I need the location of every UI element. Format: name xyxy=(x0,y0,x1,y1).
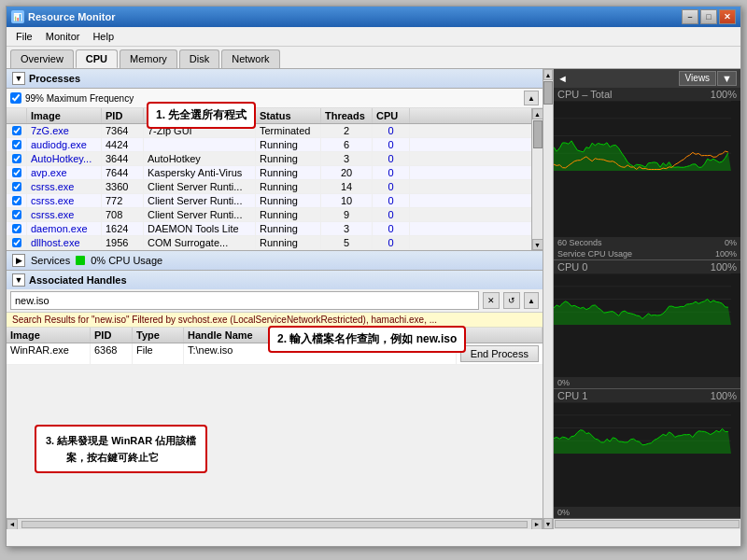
tab-memory[interactable]: Memory xyxy=(120,49,177,68)
table-row[interactable]: audiodg.exe 4424 Running 6 0 xyxy=(7,138,531,152)
end-process-button[interactable]: End Process xyxy=(460,345,539,362)
row-cb[interactable] xyxy=(7,208,27,221)
handles-section: ▼ Associated Handles ✕ ↺ ▲ Search Result… xyxy=(7,271,543,518)
scroll-left-btn[interactable]: ◄ xyxy=(7,519,18,530)
row-status: Running xyxy=(256,180,321,193)
tab-overview[interactable]: Overview xyxy=(10,49,74,68)
services-section[interactable]: ▶ Services 0% CPU Usage xyxy=(7,251,543,271)
table-row[interactable]: daemon.exe 1624 DAEMON Tools Lite Runnin… xyxy=(7,222,531,236)
row-image: AutoHotkey... xyxy=(27,152,102,165)
row-cb[interactable] xyxy=(7,152,27,165)
th-status[interactable]: Status xyxy=(256,108,321,123)
table-row[interactable]: dllhost.exe 1956 COM Surrogate... Runnin… xyxy=(7,236,531,250)
row-cb[interactable] xyxy=(7,222,27,235)
left-panel: ▼ Processes 99% Maximum Frequency ▲ Imag… xyxy=(7,69,543,529)
table-row[interactable]: csrss.exe 708 Client Server Runti... Run… xyxy=(7,208,531,222)
cpu-total-chart: CPU – Total 100% 60 Seconds 0% Service C… xyxy=(554,88,740,260)
search-clear-btn[interactable]: ✕ xyxy=(483,292,500,309)
hth-pid[interactable]: PID xyxy=(91,328,133,343)
processes-section: ▼ Processes 99% Maximum Frequency ▲ Imag… xyxy=(7,69,543,251)
search-scroll-btn[interactable]: ▲ xyxy=(524,292,539,309)
row-status: Terminated xyxy=(256,124,321,137)
processes-table-body: 7zG.exe 7364 7-Zip GUI Terminated 2 0 au… xyxy=(7,124,531,250)
tab-disk[interactable]: Disk xyxy=(179,49,219,68)
scroll-down[interactable]: ▼ xyxy=(532,239,543,250)
table-row[interactable]: 7zG.exe 7364 7-Zip GUI Terminated 2 0 xyxy=(7,124,531,138)
views-arrow-btn[interactable]: ▼ xyxy=(717,71,737,86)
h-scroll-track[interactable] xyxy=(21,521,528,528)
row-cb[interactable] xyxy=(7,180,27,193)
tab-cpu[interactable]: CPU xyxy=(76,49,118,68)
processes-expand-btn[interactable]: ▼ xyxy=(12,72,25,85)
row-cpu: 0 xyxy=(373,180,410,193)
search-input[interactable] xyxy=(10,291,479,310)
th-threads[interactable]: Threads xyxy=(321,108,373,123)
menu-bar: File Monitor Help xyxy=(7,27,740,47)
row-cb[interactable] xyxy=(7,194,27,207)
right-bottom-scroll[interactable] xyxy=(554,518,740,529)
handles-expand-btn[interactable]: ▼ xyxy=(12,273,25,287)
search-results-banner: Search Results for "new.iso" Filtered by… xyxy=(7,313,543,328)
right-arrow-btn[interactable]: ◄ xyxy=(557,73,568,84)
row-image: 7zG.exe xyxy=(27,124,102,137)
th-pid[interactable]: PID xyxy=(102,108,144,123)
freq-checkbox[interactable] xyxy=(10,92,21,104)
row-cb[interactable] xyxy=(7,236,27,249)
tab-network[interactable]: Network xyxy=(221,49,279,68)
row-cb[interactable] xyxy=(7,124,27,137)
main-scroll-down[interactable]: ▼ xyxy=(543,518,553,529)
search-go-btn[interactable]: ↺ xyxy=(503,292,520,309)
hrow-handle-name: T:\new.iso xyxy=(184,343,457,364)
scroll-up[interactable]: ▲ xyxy=(532,108,543,119)
row-cb[interactable] xyxy=(7,138,27,151)
cpu1-label: CPU 1 100% xyxy=(554,389,740,402)
right-scroll-track[interactable] xyxy=(555,520,740,528)
table-row[interactable]: csrss.exe 772 Client Server Runti... Run… xyxy=(7,194,531,208)
table-row[interactable]: AutoHotkey... 3644 AutoHotkey Running 3 … xyxy=(7,152,531,166)
window-title: Resource Monitor xyxy=(28,11,116,22)
cpu1-chart: CPU 1 100% 0% xyxy=(554,389,740,518)
services-expand-btn[interactable]: ▶ xyxy=(12,254,25,267)
th-cpu[interactable]: CPU xyxy=(373,108,410,123)
bottom-scrollbar[interactable]: ◄ ► xyxy=(7,518,543,529)
row-cpu: 0 xyxy=(373,236,410,249)
main-scroll-up[interactable]: ▲ xyxy=(543,69,553,80)
minimize-button[interactable]: – xyxy=(682,9,698,24)
table-row[interactable]: avp.exe 7644 Kaspersky Anti-Virus Runnin… xyxy=(7,166,531,180)
handles-data-row[interactable]: WinRAR.exe 6368 File T:\new.iso xyxy=(7,343,457,364)
hth-image[interactable]: Image xyxy=(7,328,91,343)
row-pid: 772 xyxy=(102,194,144,207)
main-scrollbar[interactable]: ▲ ▼ xyxy=(543,69,554,529)
table-row[interactable]: csrss.exe 3360 Client Server Runti... Ru… xyxy=(7,180,531,194)
row-desc: Kaspersky Anti-Virus xyxy=(144,166,256,179)
cpu-seconds-label: 60 Seconds xyxy=(557,238,602,247)
menu-file[interactable]: File xyxy=(10,29,38,44)
row-cpu: 0 xyxy=(373,208,410,221)
row-desc: Client Server Runti... xyxy=(144,208,256,221)
search-bar: ✕ ↺ ▲ xyxy=(7,289,543,313)
th-description[interactable]: Description xyxy=(144,108,256,123)
th-image[interactable]: Image xyxy=(27,108,102,123)
menu-help[interactable]: Help xyxy=(87,29,120,44)
processes-header[interactable]: ▼ Processes xyxy=(7,69,543,89)
close-button[interactable]: ✕ xyxy=(719,9,736,24)
row-cb[interactable] xyxy=(7,166,27,179)
scroll-track[interactable] xyxy=(532,119,543,239)
cpu0-label: CPU 0 100% xyxy=(554,260,740,273)
scroll-right-btn[interactable]: ► xyxy=(531,519,543,530)
main-scroll-track[interactable] xyxy=(543,80,553,518)
views-button[interactable]: Views xyxy=(679,71,717,86)
scroll-up-btn[interactable]: ▲ xyxy=(524,91,539,105)
hth-type[interactable]: Type xyxy=(133,328,184,343)
hth-handle-name[interactable]: Handle Name xyxy=(184,328,543,343)
cpu-usage-indicator xyxy=(76,256,85,265)
row-pid: 4424 xyxy=(102,138,144,151)
processes-scrollbar[interactable]: ▲ ▼ xyxy=(531,108,543,250)
cpu-total-label: CPU – Total 100% xyxy=(554,88,740,101)
services-cpu-label: 0% CPU Usage xyxy=(91,255,162,266)
maximize-button[interactable]: □ xyxy=(700,9,717,24)
row-threads: 14 xyxy=(321,180,373,193)
handles-header[interactable]: ▼ Associated Handles xyxy=(7,271,543,289)
tab-bar: Overview CPU Memory Disk Network xyxy=(7,47,740,69)
menu-monitor[interactable]: Monitor xyxy=(40,29,86,44)
